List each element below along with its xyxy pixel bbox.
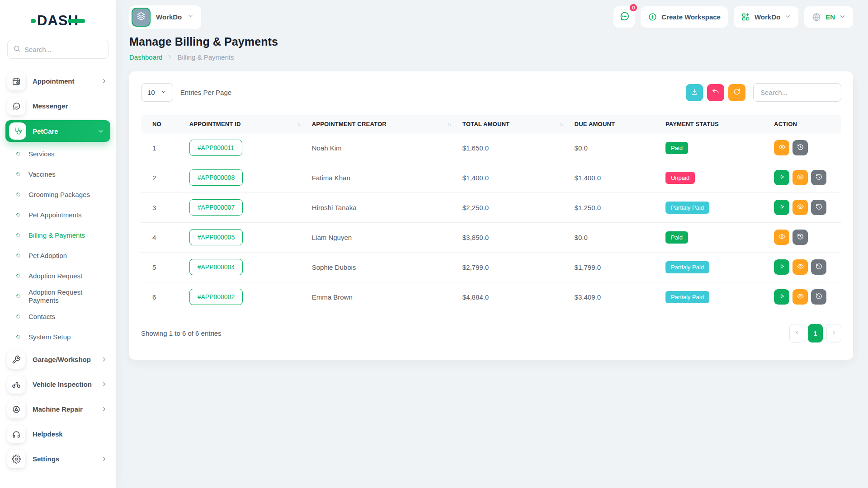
pay-button[interactable] xyxy=(774,259,789,275)
sidebar-subitem-pet-appointments[interactable]: Pet Appointments xyxy=(0,205,116,225)
table-row: 1#APP000011Noah Kim$1,650.0$0.0Paid xyxy=(141,133,841,163)
cell-appointment-id: #APP000005 xyxy=(187,222,309,252)
pay-button[interactable] xyxy=(774,170,789,185)
workspace-chip[interactable]: WorkDo xyxy=(129,5,201,29)
sidebar-item-helpdesk[interactable]: Helpdesk xyxy=(0,422,116,446)
row-number: 6 xyxy=(152,293,156,301)
payment-status-badge: Partialy Paid xyxy=(665,202,709,214)
appointment-id-button[interactable]: #APP000008 xyxy=(189,169,243,186)
history-button[interactable] xyxy=(793,230,808,245)
sidebar-subitem-billing-payments[interactable]: Billing & Payments xyxy=(0,225,116,245)
appointment-id-button[interactable]: #APP000005 xyxy=(189,229,243,245)
sidebar-subitem-label: Adoption Request Payments xyxy=(28,288,108,304)
app-root: DASH AppointmentMessengerPetCareServices… xyxy=(0,0,868,488)
row-number: 3 xyxy=(152,204,156,211)
cell-total-amount: $1,400.0 xyxy=(460,163,572,192)
brand-logo[interactable]: DASH xyxy=(0,8,116,33)
appointment-id-button[interactable]: #APP000004 xyxy=(189,259,243,275)
entries-per-page-select[interactable]: 10 xyxy=(141,83,173,102)
sidebar-subitem-adoption-request[interactable]: Adoption Request xyxy=(0,266,116,286)
topbar: WorkDo 0 Create Workspace WorkDo xyxy=(129,0,853,28)
pagination-prev-button[interactable] xyxy=(789,324,804,343)
payment-status-badge: Paid xyxy=(665,231,688,244)
sidebar-subitem-services[interactable]: Services xyxy=(0,144,116,164)
pay-button[interactable] xyxy=(774,289,789,305)
export-button[interactable] xyxy=(686,84,703,101)
sort-icon[interactable]: ↑↓ xyxy=(297,121,300,127)
view-button[interactable] xyxy=(793,259,808,275)
sidebar-subitem-vaccines[interactable]: Vaccines xyxy=(0,164,116,184)
cell-payment-status: Partialy Paid xyxy=(663,252,771,282)
eye-icon xyxy=(778,233,786,242)
appointment-id-button[interactable]: #APP000002 xyxy=(189,289,243,305)
column-header-appointment-creator[interactable]: APPOINTMENT CREATOR↑↓ xyxy=(309,115,460,133)
cell-creator: Liam Nguyen xyxy=(309,222,460,252)
history-button[interactable] xyxy=(811,289,826,305)
sidebar-item-garage-workshop[interactable]: Garage/Workshop xyxy=(0,347,116,372)
cell-total-amount: $3,850.0 xyxy=(460,222,572,252)
breadcrumb-dashboard-link[interactable]: Dashboard xyxy=(129,53,162,61)
sidebar-item-petcare[interactable]: PetCare xyxy=(5,120,110,142)
sidebar-item-messenger[interactable]: Messenger xyxy=(0,94,116,118)
sidebar-subitem-system-setup[interactable]: System Setup xyxy=(0,327,116,347)
chevron-right-icon xyxy=(101,406,108,413)
view-button[interactable] xyxy=(793,200,808,215)
cell-no: 4 xyxy=(141,222,187,252)
sidebar-search-input[interactable] xyxy=(24,46,114,53)
sidebar-subitem-grooming-packages[interactable]: Grooming Packages xyxy=(0,184,116,205)
history-button[interactable] xyxy=(793,140,808,155)
appointment-id-button[interactable]: #APP000011 xyxy=(189,140,242,156)
undo-button[interactable] xyxy=(707,84,724,101)
appointment-id-button[interactable]: #APP000007 xyxy=(189,199,243,216)
page-title: Manage Billing & Payments xyxy=(129,35,853,48)
view-button[interactable] xyxy=(774,140,789,155)
view-button[interactable] xyxy=(793,289,808,305)
sidebar-subitem-adoption-request-payments[interactable]: Adoption Request Payments xyxy=(0,286,116,306)
sort-icon[interactable]: ↑↓ xyxy=(560,121,563,127)
history-button[interactable] xyxy=(811,259,826,275)
sidebar-item-label: Appointment xyxy=(33,77,74,85)
sort-icon[interactable]: ↑↓ xyxy=(448,121,451,127)
table-search-input[interactable] xyxy=(753,83,841,102)
pay-button[interactable] xyxy=(774,200,789,215)
chevron-left-icon xyxy=(794,329,800,337)
history-button[interactable] xyxy=(811,170,826,185)
message-icon xyxy=(619,11,630,23)
sidebar-item-vehicle-inspection[interactable]: Vehicle Inspection xyxy=(0,372,116,397)
pagination-page-1-button[interactable]: 1 xyxy=(808,324,823,343)
sidebar-item-settings[interactable]: Settings xyxy=(0,446,116,471)
workspace-switcher[interactable]: WorkDo xyxy=(734,6,798,28)
cell-due-amount-value: $1,799.0 xyxy=(575,263,601,271)
cell-creator: Fatima Khan xyxy=(309,163,460,192)
sidebar-item-appointment[interactable]: Appointment xyxy=(0,69,116,94)
sidebar-subitem-contacts[interactable]: Contacts xyxy=(0,306,116,327)
toolbar-buttons xyxy=(686,84,745,101)
undo-icon xyxy=(712,88,720,97)
refresh-button[interactable] xyxy=(728,84,745,101)
column-header-total-amount[interactable]: TOTAL AMOUNT↑↓ xyxy=(460,115,572,133)
column-header-label: ACTION xyxy=(774,121,797,127)
column-header-appointment-id[interactable]: APPOINTMENT ID↑↓ xyxy=(187,115,309,133)
cell-due-amount: $1,799.0 xyxy=(572,252,663,282)
cell-creator-value: Sophie Dubois xyxy=(312,263,356,271)
cell-total-amount-value: $1,650.0 xyxy=(462,144,489,152)
sidebar-item-machine-repair[interactable]: Machine Repair xyxy=(0,397,116,422)
cell-payment-status: Paid xyxy=(663,222,771,252)
entries-per-page-label: Entries Per Page xyxy=(180,89,231,96)
messages-button[interactable]: 0 xyxy=(613,6,635,28)
pagination-next-button[interactable] xyxy=(826,324,841,343)
bullet-icon xyxy=(15,192,21,197)
create-workspace-button[interactable]: Create Workspace xyxy=(641,6,728,28)
cell-creator: Sophie Dubois xyxy=(309,252,460,282)
view-button[interactable] xyxy=(793,170,808,185)
history-button[interactable] xyxy=(811,200,826,215)
logo-bar-icon xyxy=(68,19,85,23)
cell-creator: Noah Kim xyxy=(309,133,460,163)
bullet-icon xyxy=(15,212,21,218)
language-switcher[interactable]: EN xyxy=(804,6,853,28)
cell-creator-value: Fatima Khan xyxy=(312,174,350,182)
chevron-down-icon xyxy=(187,13,194,21)
sidebar-subitem-pet-adoption[interactable]: Pet Adoption xyxy=(0,245,116,266)
cell-total-amount: $4,884.0 xyxy=(460,282,572,312)
view-button[interactable] xyxy=(774,230,789,245)
